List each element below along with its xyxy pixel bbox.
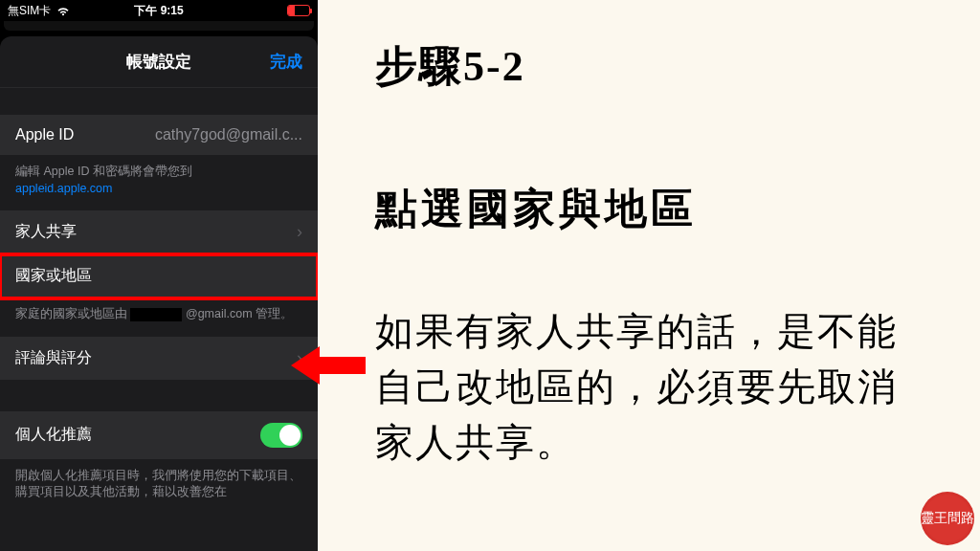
annotation-heading: 點選國家與地區 [375, 181, 932, 237]
apple-id-value: cathy7god@gmail.c... [89, 126, 302, 143]
personalized-recs-row[interactable]: 個人化推薦 [0, 411, 318, 460]
status-time: 下午 9:15 [108, 3, 209, 19]
family-sharing-label: 家人共享 [15, 222, 77, 242]
seal-stamp: 靈王問路 [921, 492, 974, 545]
sim-status: 無SIM卡 [8, 3, 51, 19]
reviews-ratings-row[interactable]: 評論與評分 › [0, 337, 318, 381]
region-note: 家庭的國家或地區由 @gmail.com 管理。 [0, 298, 318, 337]
family-sharing-row[interactable]: 家人共享 › [0, 210, 318, 254]
apple-id-label: Apple ID [15, 126, 74, 143]
apple-id-row[interactable]: Apple ID cathy7god@gmail.c... [0, 115, 318, 156]
personalized-recs-toggle[interactable] [260, 423, 302, 448]
annotation-panel: 步驟5-2 點選國家與地區 如果有家人共享的話，是不能自己改地區的，必須要先取消… [318, 0, 980, 551]
region-note-post: @gmail.com 管理。 [186, 307, 293, 320]
battery-icon [287, 5, 310, 16]
personalized-recs-label: 個人化推薦 [15, 425, 92, 445]
annotation-body: 如果有家人共享的話，是不能自己改地區的，必須要先取消家人共享。 [375, 304, 932, 471]
personalized-recs-note: 開啟個人化推薦項目時，我們將使用您的下載項目、購買項目以及其他活動，藉以改善您在 [0, 460, 318, 515]
account-settings-modal: 帳號設定 完成 Apple ID cathy7god@gmail.c... 編輯… [0, 36, 318, 551]
apple-id-note-text: 編輯 Apple ID 和密碼將會帶您到 [15, 165, 192, 178]
country-region-row[interactable]: 國家或地區 台灣 [0, 254, 318, 298]
phone-screenshot: 無SIM卡 下午 9:15 帳號設定 完成 Apple ID cathy7god… [0, 0, 318, 551]
seal-text: 靈王問路 [921, 511, 974, 525]
reviews-ratings-label: 評論與評分 [15, 348, 92, 368]
arrow-icon [291, 344, 366, 386]
background-card [4, 21, 314, 31]
status-bar: 無SIM卡 下午 9:15 [0, 0, 318, 21]
done-button[interactable]: 完成 [270, 51, 302, 73]
wifi-icon [56, 6, 70, 15]
modal-title: 帳號設定 [126, 51, 191, 73]
apple-id-link[interactable]: appleid.apple.com [15, 182, 112, 195]
redacted-email [130, 308, 182, 321]
apple-id-note: 編輯 Apple ID 和密碼將會帶您到 appleid.apple.com [0, 156, 318, 210]
chevron-right-icon: › [297, 222, 302, 242]
modal-header: 帳號設定 完成 [0, 36, 318, 88]
country-region-label: 國家或地區 [15, 266, 92, 286]
annotation-step: 步驟5-2 [375, 38, 932, 95]
region-note-pre: 家庭的國家或地區由 [15, 307, 127, 320]
svg-marker-0 [291, 346, 366, 385]
